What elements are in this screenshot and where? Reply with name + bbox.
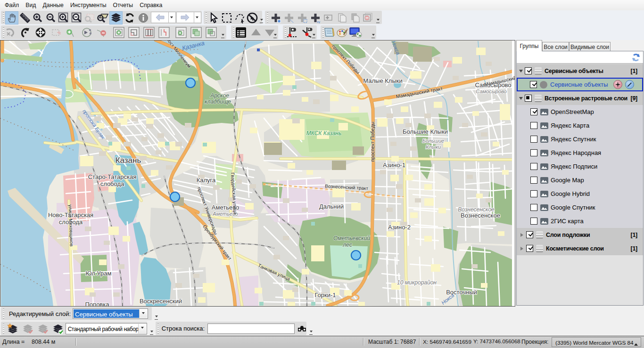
svg-text:Старо-Татарская: Старо-Татарская [88,173,137,180]
svg-text:Арское: Арское [210,92,229,99]
svg-text:Клыки: Клыки [426,144,441,150]
svg-text:Азино-1: Азино-1 [383,162,405,169]
svg-text:10 микрорайон: 10 микрорайон [397,279,437,286]
svg-text:слобода: слобода [100,180,124,187]
svg-text:Ометьевский: Ометьевский [333,235,370,242]
svg-text:Горки-1: Горки-1 [314,291,336,299]
svg-text:Калуга: Калуга [197,177,216,184]
svg-text:Самосырово: Самосырово [476,89,506,94]
svg-text:лес: лес [342,242,352,248]
svg-text:Юл Урам: Юл Урам [86,270,112,277]
svg-text:МКСК Казань: МКСК Казань [306,130,342,137]
svg-text:кладбище: кладбище [205,98,231,105]
svg-text:Азино-2: Азино-2 [388,224,411,231]
svg-text:Малые Клыки: Малые Клыки [363,77,402,84]
svg-text:Поповка: Поповка [85,301,110,306]
svg-text:Большие: Большие [422,138,444,144]
svg-text:Вознесенское: Вознесенское [461,212,500,219]
svg-text:xy: xy [317,20,321,24]
svg-text:Воскресенский: Воскресенский [140,298,182,305]
svg-text:Казань: Казань [116,156,141,165]
svg-text:проспект Победы: проспект Победы [370,121,375,162]
svg-text:Большие Клыки: Большие Клыки [403,128,448,135]
svg-text:Дальний: Дальний [319,203,344,210]
